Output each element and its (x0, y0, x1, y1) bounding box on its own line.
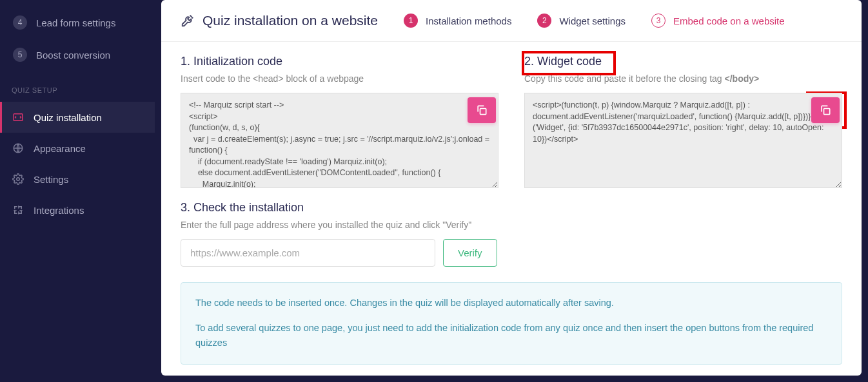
header: Quiz installation on a website 1 Install… (161, 0, 862, 42)
section-title: 3. Check the installation (181, 201, 842, 215)
sidebar-step-boost[interactable]: 5 Boost conversion (0, 39, 155, 71)
copy-icon (819, 104, 832, 117)
step-num: 3 (651, 14, 666, 28)
copy-widget-code-button[interactable] (811, 97, 840, 123)
svg-rect-3 (480, 109, 486, 115)
step-number: 5 (13, 48, 27, 62)
sidebar-item-label: Appearance (34, 143, 86, 154)
section-title: 2. Widget code (524, 55, 842, 68)
copy-init-code-button[interactable] (468, 97, 496, 123)
step-num: 2 (537, 14, 551, 28)
sidebar-item-label: Quiz installation (34, 112, 102, 123)
step-label: Embed code on a website (673, 15, 785, 26)
sidebar-item-label: Settings (34, 174, 68, 185)
puzzle-icon (12, 204, 25, 216)
sidebar-section-label: QUIZ SETUP (0, 71, 155, 102)
verify-button[interactable]: Verify (443, 239, 497, 267)
step-number: 4 (13, 15, 27, 30)
step-label: Lead form settings (36, 17, 115, 28)
section-title: 1. Initialization code (181, 55, 498, 68)
info-text: The code needs to be inserted once. Chan… (195, 296, 827, 310)
info-box: The code needs to be inserted once. Chan… (181, 282, 842, 365)
sidebar: 4 Lead form settings 5 Boost conversion … (0, 0, 155, 382)
sidebar-item-quiz-installation[interactable]: Quiz installation (0, 102, 155, 133)
step-embed-code[interactable]: 3 Embed code on a website (651, 14, 785, 28)
content: 1. Initialization code Insert code to th… (161, 42, 862, 376)
init-code-box[interactable]: <!-- Marquiz script start --> <script> (… (181, 93, 498, 188)
info-text: To add several quizzes to one page, you … (195, 321, 827, 350)
section-desc: Insert code to the <head> block of a web… (181, 73, 498, 84)
sidebar-step-lead-form[interactable]: 4 Lead form settings (0, 6, 155, 39)
step-label: Widget settings (559, 15, 626, 26)
section-desc: Copy this code and paste it before the c… (524, 73, 842, 84)
step-num: 1 (404, 14, 418, 28)
widget-code-box[interactable]: <script>(function(t, p) {window.Marquiz … (524, 93, 842, 188)
step-label: Installation methods (426, 15, 511, 26)
code-box-icon (12, 111, 25, 124)
widget-code-section: 2. Widget code Copy this code and paste … (524, 55, 842, 188)
init-code-section: 1. Initialization code Insert code to th… (181, 55, 498, 188)
copy-icon (475, 104, 488, 117)
gear-icon (12, 173, 25, 186)
wizard-steps: 1 Installation methods 2 Widget settings… (404, 14, 785, 28)
section-desc: Enter the full page address where you in… (181, 220, 842, 230)
main-panel: Quiz installation on a website 1 Install… (161, 0, 862, 376)
globe-icon (12, 142, 25, 155)
sidebar-item-label: Integrations (34, 205, 84, 216)
step-label: Boost conversion (36, 50, 110, 61)
step-installation-methods[interactable]: 1 Installation methods (404, 14, 511, 28)
sidebar-item-integrations[interactable]: Integrations (0, 195, 155, 225)
tools-icon (181, 14, 195, 28)
check-installation-section: 3. Check the installation Enter the full… (181, 201, 842, 267)
step-widget-settings[interactable]: 2 Widget settings (537, 14, 626, 28)
svg-point-2 (17, 178, 20, 181)
svg-rect-4 (824, 109, 830, 115)
page-title: Quiz installation on a website (181, 13, 378, 28)
sidebar-item-settings[interactable]: Settings (0, 164, 155, 195)
sidebar-item-appearance[interactable]: Appearance (0, 133, 155, 164)
verify-url-input[interactable] (181, 239, 435, 267)
